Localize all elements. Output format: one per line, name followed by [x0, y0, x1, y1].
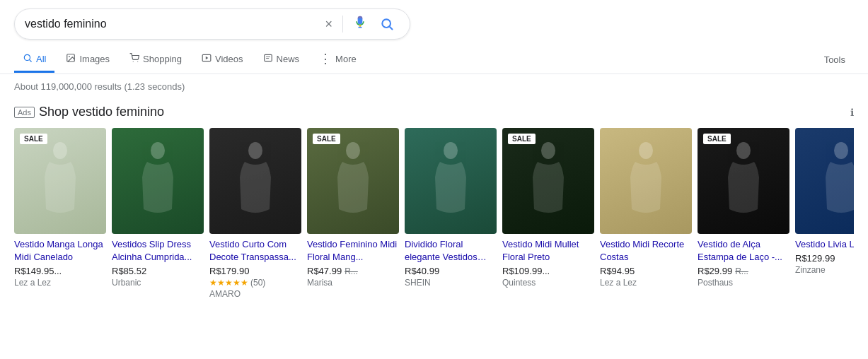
- product-price-old: R...: [345, 266, 358, 276]
- svg-point-17: [248, 142, 262, 159]
- svg-point-21: [639, 142, 653, 159]
- more-icon: ⋮: [319, 51, 332, 66]
- product-store: SHEIN: [405, 278, 497, 288]
- nav-tabs: All Images Shopping Videos News ⋮ More T…: [0, 40, 868, 74]
- rating-count: (50): [250, 278, 265, 288]
- svg-point-7: [69, 56, 71, 57]
- product-store: Lez a Lez: [600, 278, 692, 288]
- svg-point-23: [834, 142, 848, 159]
- search-bar: ×: [14, 8, 410, 40]
- dress-figure: [600, 128, 692, 234]
- product-price: R$40.99: [405, 266, 497, 276]
- product-price: R$179.90: [209, 266, 301, 276]
- product-image: SALE: [14, 128, 106, 234]
- product-price: R$47.99R...: [307, 266, 399, 276]
- mic-icon[interactable]: [353, 16, 367, 33]
- search-button[interactable]: [374, 11, 400, 37]
- all-icon: [23, 53, 33, 65]
- svg-point-16: [151, 142, 165, 159]
- product-name: Dividido Floral elegante Vestidos par...: [405, 238, 497, 264]
- tools-tab[interactable]: Tools: [816, 49, 854, 71]
- tab-shopping-label: Shopping: [143, 54, 182, 64]
- svg-point-20: [541, 142, 555, 159]
- videos-icon: [202, 53, 212, 65]
- ads-section: Ads Shop vestido feminino ℹ SALE Vestido…: [0, 99, 868, 305]
- shopping-icon: [129, 53, 139, 65]
- svg-point-15: [53, 142, 67, 159]
- product-card[interactable]: SALE Vestido Feminino Midi Floral Mang..…: [307, 128, 399, 299]
- sale-badge: SALE: [703, 134, 731, 144]
- product-price: R$94.95: [600, 266, 692, 276]
- product-price: R$109.99...: [502, 266, 594, 276]
- tab-more[interactable]: ⋮ More: [311, 45, 365, 74]
- product-card[interactable]: Vestidos Slip Dress Alcinha Cumprida... …: [112, 128, 204, 299]
- product-price: R$129.99: [795, 253, 854, 264]
- product-store: Zinzane: [795, 265, 854, 275]
- product-price: R$85.52: [112, 266, 204, 276]
- results-count: About 119,000,000 results (1.23 seconds): [0, 74, 868, 99]
- product-store: Urbanic: [112, 278, 204, 288]
- product-name: Vestido Feminino Midi Floral Mang...: [307, 238, 399, 264]
- tab-videos-label: Videos: [215, 54, 243, 64]
- images-icon: [66, 53, 76, 65]
- sale-badge: SALE: [20, 134, 47, 144]
- tab-images[interactable]: Images: [57, 47, 118, 73]
- product-name: Vestido de Alça Estampa de Laço -...: [698, 238, 789, 264]
- tab-news[interactable]: News: [255, 47, 308, 73]
- product-name: Vestido Midi Recorte Costas: [600, 238, 692, 264]
- sale-badge: SALE: [313, 134, 340, 144]
- product-image: [112, 128, 204, 234]
- product-card[interactable]: SALE Vestido Midi Mullet Floral Preto R$…: [502, 128, 594, 299]
- search-divider: [342, 16, 343, 33]
- product-card[interactable]: SALE Vestido de Alça Estampa de Laço -..…: [698, 128, 789, 299]
- svg-point-8: [133, 61, 134, 61]
- svg-point-18: [346, 142, 360, 159]
- product-price-old: R...: [735, 266, 748, 276]
- stars: ★★★★★: [209, 278, 248, 288]
- product-store: Lez a Lez: [14, 278, 106, 288]
- svg-marker-11: [206, 56, 209, 59]
- product-image: SALE: [502, 128, 594, 234]
- svg-rect-12: [264, 54, 272, 61]
- dress-figure: [209, 128, 301, 234]
- dress-figure: [112, 128, 204, 234]
- tab-more-label: More: [335, 54, 357, 64]
- svg-line-3: [390, 27, 393, 30]
- product-name: Vestido Midi Mullet Floral Preto: [502, 238, 594, 264]
- svg-point-19: [444, 142, 458, 159]
- product-image: [209, 128, 301, 234]
- product-image: SALE: [307, 128, 399, 234]
- info-icon[interactable]: ℹ: [850, 107, 854, 118]
- tab-videos[interactable]: Videos: [193, 47, 252, 73]
- clear-icon[interactable]: ×: [325, 17, 332, 32]
- product-name: Vestidos Slip Dress Alcinha Cumprida...: [112, 238, 204, 264]
- product-price: R$149.95...: [14, 266, 106, 276]
- product-card[interactable]: Vestido Curto Com Decote Transpassa... R…: [209, 128, 301, 299]
- product-image: [600, 128, 692, 234]
- tab-shopping[interactable]: Shopping: [121, 47, 190, 73]
- news-icon: [263, 53, 273, 65]
- product-card[interactable]: Vestido Livia Longo R$129.99 Zinzane: [795, 128, 854, 299]
- product-name: Vestido Livia Longo: [795, 238, 854, 251]
- product-card[interactable]: SALE Vestido Manga Longa Midi Canelado R…: [14, 128, 106, 299]
- product-image: [795, 128, 854, 234]
- product-card[interactable]: Dividido Floral elegante Vestidos par...…: [405, 128, 497, 299]
- product-rating: ★★★★★(50): [209, 278, 301, 288]
- product-image: SALE: [698, 128, 789, 234]
- product-store: AMARO: [209, 289, 301, 299]
- svg-point-22: [736, 142, 751, 159]
- ads-label: Ads: [14, 107, 35, 118]
- tab-all[interactable]: All: [14, 47, 54, 73]
- product-name: Vestido Curto Com Decote Transpassa...: [209, 238, 301, 264]
- search-icons: ×: [325, 11, 400, 37]
- dress-figure: [795, 128, 854, 234]
- svg-point-9: [137, 61, 138, 61]
- dress-figure: [405, 128, 497, 234]
- ads-title: Shop vestido feminino: [39, 105, 164, 119]
- product-card[interactable]: Vestido Midi Recorte Costas R$94.95 Lez …: [600, 128, 692, 299]
- tab-all-label: All: [36, 54, 46, 64]
- search-bar-container: ×: [0, 0, 868, 40]
- search-input[interactable]: [25, 18, 325, 30]
- product-store: Posthaus: [698, 278, 789, 288]
- product-price: R$29.99R...: [698, 266, 789, 276]
